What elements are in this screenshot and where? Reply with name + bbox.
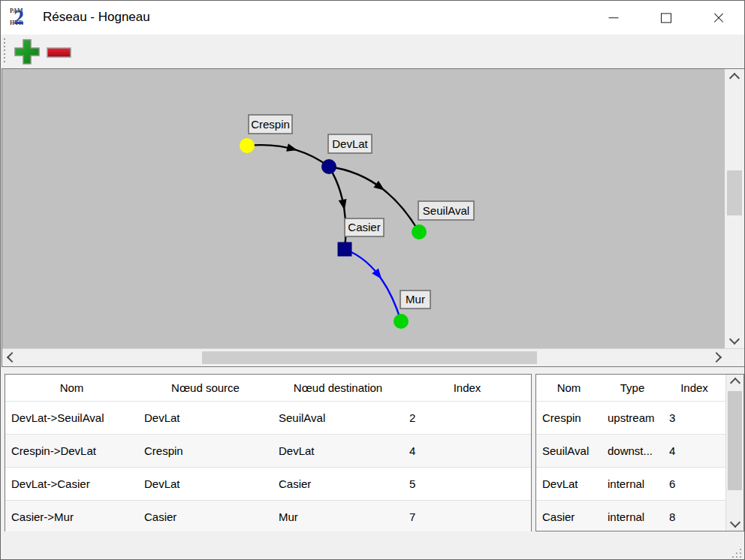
table-row[interactable]: SeuilAvaldownst...4	[536, 434, 725, 467]
scroll-left-button[interactable]	[4, 348, 20, 366]
table-row[interactable]: Crespinupstream3	[536, 401, 725, 434]
add-button[interactable]	[13, 38, 41, 66]
table-cell: 3	[663, 411, 725, 424]
plus-icon	[13, 38, 41, 66]
table-cell: Crespin	[536, 411, 602, 424]
scroll-right-button[interactable]	[708, 348, 725, 366]
minimize-button[interactable]	[596, 1, 632, 35]
canvas-horizontal-scrollbar[interactable]	[2, 348, 744, 366]
edge-arrow-icon	[339, 199, 347, 210]
network-viewport: CrespinDevLatSeuilAvalCasierMur	[2, 68, 745, 367]
svg-text:Mur: Mur	[406, 293, 425, 306]
table-cell: Casier	[138, 510, 273, 523]
table-cell: DevLat->Casier	[5, 477, 138, 490]
edges-table: NomNœud sourceNœud destinationIndexDevLa…	[5, 374, 532, 531]
table-cell: 4	[663, 444, 725, 457]
table-cell: Casier	[536, 510, 602, 523]
svg-text:Casier: Casier	[348, 221, 380, 233]
app-icon-number: 2	[14, 5, 24, 29]
table-cell: DevLat	[138, 477, 273, 490]
table-cell: downst...	[602, 444, 663, 457]
column-header: Nœud destination	[288, 381, 388, 394]
resize-grip-icon[interactable]	[732, 549, 741, 558]
chevron-left-icon	[7, 352, 17, 363]
title-bar: PAM HYR 2 Réseau - Hogneau	[1, 1, 744, 35]
svg-text:SeuilAval: SeuilAval	[423, 204, 469, 217]
table-cell: DevLat	[536, 477, 602, 490]
table-cell: DevLat	[138, 411, 273, 424]
node-label-Casier[interactable]: Casier	[345, 218, 384, 236]
column-header: Type	[614, 381, 651, 394]
toolbar-drag-handle[interactable]	[4, 38, 5, 64]
maximize-icon	[661, 13, 671, 23]
column-header: Nom	[54, 381, 90, 394]
close-button[interactable]	[701, 1, 737, 35]
table-cell: DevLat	[273, 444, 403, 457]
table-row[interactable]: DevLatinternal6	[536, 467, 725, 500]
table-cell: 4	[403, 444, 531, 457]
table-cell: SeuilAval	[273, 411, 403, 424]
table-header-row: NomNœud sourceNœud destinationIndex	[5, 375, 531, 401]
chevron-up-icon	[730, 378, 740, 388]
node-label-DevLat[interactable]: DevLat	[328, 134, 372, 153]
vertical-scroll-thumb[interactable]	[727, 170, 742, 215]
table-cell: DevLat->SeuilAval	[5, 411, 138, 424]
node-Casier[interactable]	[338, 242, 352, 257]
table-cell: Casier->Mur	[5, 510, 138, 523]
window-title: Réseau - Hogneau	[43, 10, 150, 25]
chevron-up-icon	[729, 73, 740, 83]
node-DevLat[interactable]	[321, 159, 336, 174]
svg-text:DevLat: DevLat	[332, 137, 368, 150]
minus-icon	[44, 38, 73, 66]
column-header: Index	[448, 381, 487, 394]
table-cell: SeuilAval	[536, 444, 602, 457]
table-cell: 6	[663, 477, 725, 490]
remove-button[interactable]	[44, 38, 73, 66]
table-row[interactable]: DevLat->CasierDevLatCasier5	[5, 467, 531, 500]
table-cell: 5	[403, 477, 531, 490]
node-Mur[interactable]	[394, 314, 409, 329]
table-cell: internal	[602, 477, 663, 490]
scroll-up-button[interactable]	[726, 375, 744, 390]
toolbar	[1, 35, 744, 68]
table-row[interactable]: Casierinternal8	[536, 500, 725, 531]
table-cell: Casier	[273, 477, 403, 490]
table-cell: internal	[602, 510, 663, 523]
table-cell: Crespin	[138, 444, 273, 457]
table-cell: 2	[403, 411, 531, 424]
column-header: Nœud source	[165, 381, 246, 394]
table-row[interactable]: Casier->MurCasierMur7	[5, 500, 531, 533]
table-cell: upstream	[602, 411, 663, 424]
minimize-icon	[609, 17, 619, 19]
scroll-down-button[interactable]	[726, 515, 744, 530]
table-row[interactable]: DevLat->SeuilAvalDevLatSeuilAval2	[5, 401, 531, 434]
node-label-Crespin[interactable]: Crespin	[249, 115, 292, 134]
table-cell: 8	[663, 510, 725, 523]
table-cell: Mur	[273, 510, 403, 523]
status-bar	[1, 531, 744, 560]
vertical-scroll-thumb[interactable]	[728, 391, 742, 490]
svg-text:Crespin: Crespin	[251, 118, 290, 131]
nodes-table: NomTypeIndexCrespinupstream3SeuilAvaldow…	[535, 374, 744, 531]
app-window: PAM HYR 2 Réseau - Hogneau	[0, 0, 745, 560]
node-SeuilAval[interactable]	[412, 224, 427, 239]
maximize-button[interactable]	[648, 1, 684, 35]
horizontal-scroll-thumb[interactable]	[202, 351, 537, 364]
table-cell: Crespin->DevLat	[5, 444, 138, 457]
node-label-Mur[interactable]: Mur	[400, 291, 430, 309]
scroll-down-button[interactable]	[725, 332, 744, 347]
node-Crespin[interactable]	[240, 138, 255, 153]
column-header: Index	[674, 381, 714, 394]
canvas-vertical-scrollbar[interactable]	[725, 69, 744, 348]
chevron-right-icon	[711, 352, 722, 363]
app-icon: PAM HYR 2	[10, 8, 29, 28]
chevron-down-icon	[729, 334, 740, 345]
edge-arrow-icon	[286, 143, 297, 152]
table-row[interactable]: Crespin->DevLatCrespinDevLat4	[5, 434, 531, 467]
nodes-table-scrollbar[interactable]	[725, 375, 743, 531]
edge-Casier->Mur[interactable]	[345, 249, 401, 321]
scroll-up-button[interactable]	[725, 71, 744, 86]
network-canvas[interactable]: CrespinDevLatSeuilAvalCasierMur	[2, 69, 725, 348]
table-cell: 7	[403, 510, 531, 523]
node-label-SeuilAval[interactable]: SeuilAval	[418, 201, 474, 220]
